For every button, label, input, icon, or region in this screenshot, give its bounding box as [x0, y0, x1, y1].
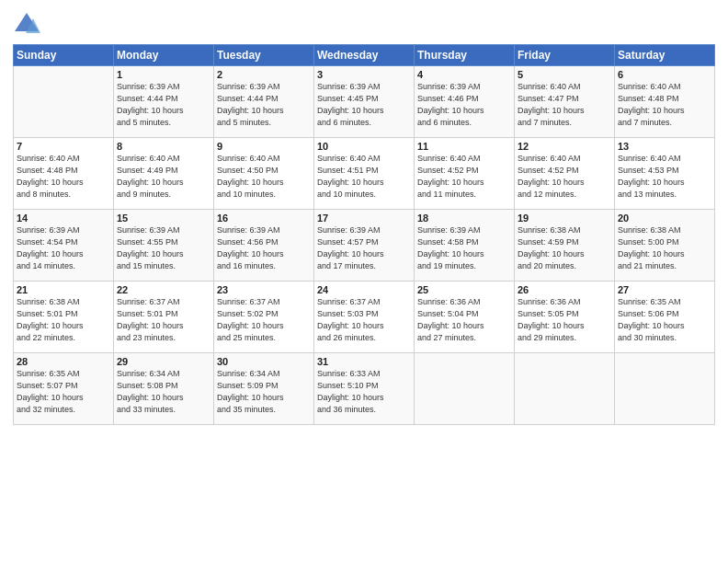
calendar-cell: 5Sunrise: 6:40 AMSunset: 4:47 PMDaylight… [515, 66, 615, 138]
day-number: 22 [117, 284, 210, 295]
calendar-cell: 8Sunrise: 6:40 AMSunset: 4:49 PMDaylight… [114, 138, 214, 210]
logo [13, 9, 40, 37]
calendar-week-row: 1Sunrise: 6:39 AMSunset: 4:44 PMDaylight… [14, 66, 715, 138]
calendar-week-row: 7Sunrise: 6:40 AMSunset: 4:48 PMDaylight… [14, 138, 715, 210]
day-info: Sunrise: 6:37 AMSunset: 5:03 PMDaylight:… [317, 296, 411, 344]
day-number: 7 [17, 141, 110, 152]
day-info: Sunrise: 6:40 AMSunset: 4:49 PMDaylight:… [117, 153, 210, 201]
day-info: Sunrise: 6:40 AMSunset: 4:48 PMDaylight:… [17, 153, 110, 201]
day-info: Sunrise: 6:40 AMSunset: 4:50 PMDaylight:… [217, 153, 311, 201]
calendar-cell: 7Sunrise: 6:40 AMSunset: 4:48 PMDaylight… [14, 138, 114, 210]
day-info: Sunrise: 6:35 AMSunset: 5:07 PMDaylight:… [17, 368, 110, 416]
day-info: Sunrise: 6:39 AMSunset: 4:44 PMDaylight:… [117, 81, 210, 129]
calendar-cell: 19Sunrise: 6:38 AMSunset: 4:59 PMDayligh… [515, 210, 615, 282]
day-number: 21 [17, 284, 110, 295]
calendar-cell: 27Sunrise: 6:35 AMSunset: 5:06 PMDayligh… [615, 282, 715, 353]
day-number: 14 [17, 213, 110, 224]
day-number: 20 [618, 213, 711, 224]
day-number: 6 [618, 69, 711, 80]
page-header [13, 9, 715, 37]
day-number: 25 [417, 284, 511, 295]
calendar-cell: 10Sunrise: 6:40 AMSunset: 4:51 PMDayligh… [314, 138, 415, 210]
day-info: Sunrise: 6:37 AMSunset: 5:01 PMDaylight:… [117, 296, 210, 344]
day-number: 17 [317, 213, 411, 224]
calendar-col-friday: Friday [515, 45, 615, 66]
calendar-cell [615, 353, 715, 425]
day-info: Sunrise: 6:40 AMSunset: 4:53 PMDaylight:… [618, 153, 711, 201]
calendar-cell: 2Sunrise: 6:39 AMSunset: 4:44 PMDaylight… [214, 66, 314, 138]
day-number: 11 [417, 141, 511, 152]
calendar-cell: 23Sunrise: 6:37 AMSunset: 5:02 PMDayligh… [214, 282, 314, 353]
calendar-cell: 21Sunrise: 6:38 AMSunset: 5:01 PMDayligh… [14, 282, 114, 353]
day-info: Sunrise: 6:34 AMSunset: 5:09 PMDaylight:… [217, 368, 311, 416]
day-number: 4 [417, 69, 511, 80]
calendar-cell: 17Sunrise: 6:39 AMSunset: 4:57 PMDayligh… [314, 210, 415, 282]
calendar-cell: 30Sunrise: 6:34 AMSunset: 5:09 PMDayligh… [214, 353, 314, 425]
calendar-header-row: SundayMondayTuesdayWednesdayThursdayFrid… [14, 45, 715, 66]
calendar-cell [14, 66, 114, 138]
calendar-col-sunday: Sunday [14, 45, 114, 66]
day-info: Sunrise: 6:36 AMSunset: 5:04 PMDaylight:… [417, 296, 511, 344]
day-info: Sunrise: 6:39 AMSunset: 4:45 PMDaylight:… [317, 81, 411, 129]
day-number: 5 [518, 69, 611, 80]
day-info: Sunrise: 6:39 AMSunset: 4:56 PMDaylight:… [217, 224, 311, 272]
calendar-cell: 11Sunrise: 6:40 AMSunset: 4:52 PMDayligh… [415, 138, 515, 210]
day-info: Sunrise: 6:34 AMSunset: 5:08 PMDaylight:… [117, 368, 210, 416]
calendar-cell: 24Sunrise: 6:37 AMSunset: 5:03 PMDayligh… [314, 282, 415, 353]
day-number: 15 [117, 213, 210, 224]
day-info: Sunrise: 6:39 AMSunset: 4:46 PMDaylight:… [417, 81, 511, 129]
calendar-cell: 9Sunrise: 6:40 AMSunset: 4:50 PMDaylight… [214, 138, 314, 210]
day-info: Sunrise: 6:40 AMSunset: 4:52 PMDaylight:… [518, 153, 611, 201]
calendar-cell: 16Sunrise: 6:39 AMSunset: 4:56 PMDayligh… [214, 210, 314, 282]
day-number: 1 [117, 69, 210, 80]
day-info: Sunrise: 6:39 AMSunset: 4:55 PMDaylight:… [117, 224, 210, 272]
day-info: Sunrise: 6:39 AMSunset: 4:54 PMDaylight:… [17, 224, 110, 272]
day-info: Sunrise: 6:38 AMSunset: 5:01 PMDaylight:… [17, 296, 110, 344]
day-info: Sunrise: 6:33 AMSunset: 5:10 PMDaylight:… [317, 368, 411, 416]
calendar-cell: 1Sunrise: 6:39 AMSunset: 4:44 PMDaylight… [114, 66, 214, 138]
calendar-col-thursday: Thursday [415, 45, 515, 66]
day-info: Sunrise: 6:40 AMSunset: 4:47 PMDaylight:… [518, 81, 611, 129]
day-number: 2 [217, 69, 311, 80]
calendar-cell: 12Sunrise: 6:40 AMSunset: 4:52 PMDayligh… [515, 138, 615, 210]
calendar-cell: 31Sunrise: 6:33 AMSunset: 5:10 PMDayligh… [314, 353, 415, 425]
calendar-week-row: 21Sunrise: 6:38 AMSunset: 5:01 PMDayligh… [14, 282, 715, 353]
day-number: 10 [317, 141, 411, 152]
day-number: 30 [217, 356, 311, 367]
day-info: Sunrise: 6:36 AMSunset: 5:05 PMDaylight:… [518, 296, 611, 344]
day-number: 23 [217, 284, 311, 295]
calendar-cell: 6Sunrise: 6:40 AMSunset: 4:48 PMDaylight… [615, 66, 715, 138]
calendar-cell: 28Sunrise: 6:35 AMSunset: 5:07 PMDayligh… [14, 353, 114, 425]
calendar-cell: 29Sunrise: 6:34 AMSunset: 5:08 PMDayligh… [114, 353, 214, 425]
day-number: 12 [518, 141, 611, 152]
calendar-cell: 26Sunrise: 6:36 AMSunset: 5:05 PMDayligh… [515, 282, 615, 353]
calendar-col-monday: Monday [114, 45, 214, 66]
day-info: Sunrise: 6:39 AMSunset: 4:57 PMDaylight:… [317, 224, 411, 272]
calendar-cell [515, 353, 615, 425]
day-number: 19 [518, 213, 611, 224]
calendar-cell: 20Sunrise: 6:38 AMSunset: 5:00 PMDayligh… [615, 210, 715, 282]
logo-icon [13, 9, 40, 37]
calendar-col-tuesday: Tuesday [214, 45, 314, 66]
day-number: 13 [618, 141, 711, 152]
day-info: Sunrise: 6:38 AMSunset: 5:00 PMDaylight:… [618, 224, 711, 272]
day-number: 18 [417, 213, 511, 224]
day-info: Sunrise: 6:37 AMSunset: 5:02 PMDaylight:… [217, 296, 311, 344]
calendar-col-wednesday: Wednesday [314, 45, 415, 66]
day-number: 8 [117, 141, 210, 152]
day-info: Sunrise: 6:40 AMSunset: 4:52 PMDaylight:… [417, 153, 511, 201]
day-number: 31 [317, 356, 411, 367]
day-number: 29 [117, 356, 210, 367]
day-info: Sunrise: 6:38 AMSunset: 4:59 PMDaylight:… [518, 224, 611, 272]
calendar-table: SundayMondayTuesdayWednesdayThursdayFrid… [13, 44, 715, 425]
day-number: 27 [618, 284, 711, 295]
calendar-cell: 15Sunrise: 6:39 AMSunset: 4:55 PMDayligh… [114, 210, 214, 282]
day-info: Sunrise: 6:35 AMSunset: 5:06 PMDaylight:… [618, 296, 711, 344]
day-number: 28 [17, 356, 110, 367]
calendar-cell: 4Sunrise: 6:39 AMSunset: 4:46 PMDaylight… [415, 66, 515, 138]
calendar-cell: 14Sunrise: 6:39 AMSunset: 4:54 PMDayligh… [14, 210, 114, 282]
calendar-cell: 13Sunrise: 6:40 AMSunset: 4:53 PMDayligh… [615, 138, 715, 210]
day-number: 3 [317, 69, 411, 80]
calendar-week-row: 28Sunrise: 6:35 AMSunset: 5:07 PMDayligh… [14, 353, 715, 425]
calendar-cell: 3Sunrise: 6:39 AMSunset: 4:45 PMDaylight… [314, 66, 415, 138]
